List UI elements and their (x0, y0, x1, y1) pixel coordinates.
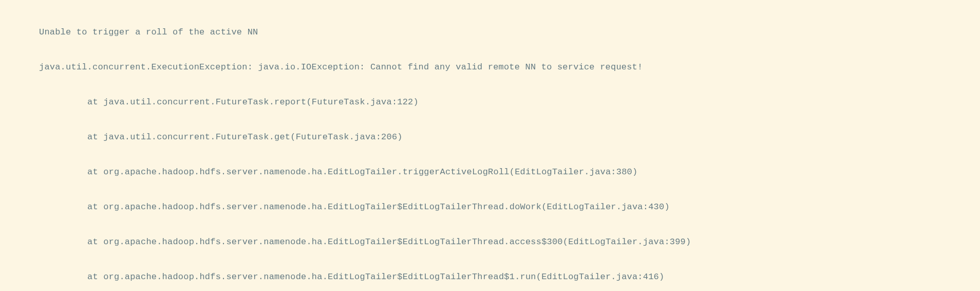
stack-trace-line: at org.apache.hadoop.hdfs.server.namenod… (39, 163, 980, 181)
stack-trace-line: at org.apache.hadoop.hdfs.server.namenod… (39, 198, 980, 216)
stack-trace-line: at org.apache.hadoop.hdfs.server.namenod… (39, 233, 980, 251)
log-block: Unable to trigger a roll of the active N… (0, 0, 980, 291)
stack-trace-line: at java.util.concurrent.FutureTask.repor… (39, 94, 980, 111)
log-title-line: Unable to trigger a roll of the active N… (39, 24, 980, 41)
log-exception-line: java.util.concurrent.ExecutionException:… (39, 59, 980, 76)
stack-trace-line: at org.apache.hadoop.hdfs.server.namenod… (39, 268, 980, 286)
stack-trace-line: at java.util.concurrent.FutureTask.get(F… (39, 129, 980, 146)
